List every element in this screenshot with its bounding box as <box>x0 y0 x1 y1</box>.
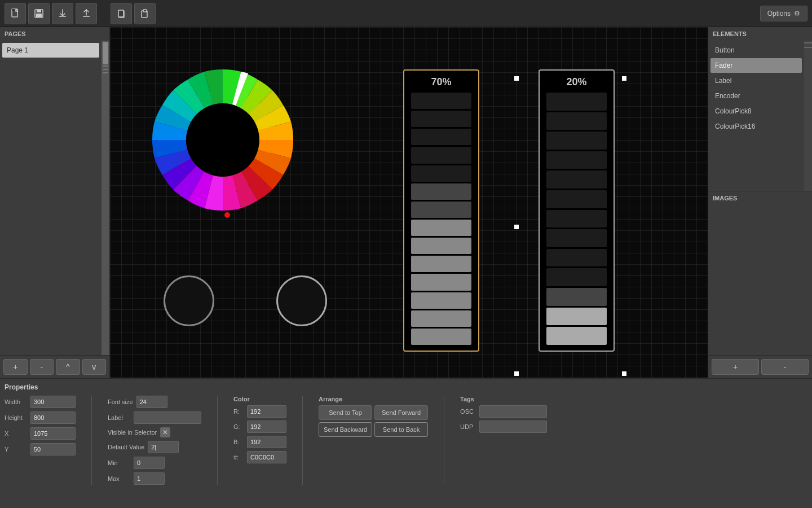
sel-handle-ml <box>514 225 519 229</box>
visible-label: Visible in Selector <box>108 429 157 436</box>
osc-input[interactable] <box>479 405 547 418</box>
color-b-label: B: <box>233 439 245 445</box>
move-page-up-button[interactable]: ^ <box>56 359 80 375</box>
color-title: Color <box>233 396 286 402</box>
save-button[interactable] <box>28 3 50 24</box>
tags-section: Tags OSC UDP <box>460 396 547 433</box>
udp-input[interactable] <box>479 421 547 433</box>
color-r-input[interactable] <box>247 405 286 418</box>
min-input[interactable] <box>134 457 165 469</box>
x-label: X <box>5 430 27 437</box>
send-to-back-button[interactable]: Send to Back <box>374 422 428 437</box>
default-value-row: Default Value <box>108 441 201 453</box>
color-g-row: G: <box>233 421 286 433</box>
divider2 <box>217 396 218 485</box>
sel-handle-tl <box>514 76 519 81</box>
osc-label: OSC <box>460 408 477 415</box>
divider1 <box>91 396 92 485</box>
color-hex-label: #: <box>233 454 245 461</box>
options-button[interactable]: Options ⚙ <box>760 6 807 21</box>
fader2-label: 20% <box>566 73 586 91</box>
move-page-down-button[interactable]: v <box>82 359 107 375</box>
color-hex-input[interactable] <box>247 451 286 463</box>
elements-scrollbar[interactable] <box>804 41 812 191</box>
right-panel: ELEMENTS Button Fader Label Encoder Colo… <box>708 27 812 378</box>
label-label: Label <box>108 414 130 421</box>
options-label: Options <box>767 10 791 17</box>
send-to-top-button[interactable]: Send to Top <box>319 405 372 420</box>
remove-page-button[interactable]: - <box>30 359 54 375</box>
pages-scrollbar[interactable] <box>102 41 109 355</box>
element-colourpick16[interactable]: ColourPick16 <box>710 119 802 134</box>
fontsize-label: Font size <box>108 398 133 405</box>
width-label: Width <box>5 398 27 405</box>
elements-list: Button Fader Label Encoder ColourPick8 C… <box>708 41 804 191</box>
sel-handle-tm <box>622 76 626 81</box>
paste-button[interactable] <box>134 3 156 24</box>
visible-row: Visible in Selector ✕ <box>108 427 201 437</box>
canvas-area[interactable]: 70% <box>110 27 708 378</box>
download-button[interactable] <box>52 3 73 24</box>
new-button[interactable] <box>5 3 26 24</box>
remove-element-button[interactable]: - <box>761 359 809 375</box>
svg-rect-6 <box>118 10 123 17</box>
element-button[interactable]: Button <box>710 43 802 58</box>
label-group: Font size Label Visible in Selector ✕ De… <box>108 396 201 485</box>
color-r-row: R: <box>233 405 286 418</box>
fontsize-input[interactable] <box>136 396 167 408</box>
color-b-input[interactable] <box>247 436 286 448</box>
upload-button[interactable] <box>76 3 97 24</box>
fader1-label: 70% <box>431 73 451 91</box>
add-page-button[interactable]: + <box>3 359 28 375</box>
page-item[interactable]: Page 1 <box>2 43 99 58</box>
fader1[interactable]: 70% <box>403 69 479 352</box>
svg-rect-4 <box>36 14 42 17</box>
left-bottom-buttons: + - ^ v <box>0 355 109 378</box>
fader2-segments <box>542 91 611 348</box>
images-area <box>708 205 812 355</box>
height-row: Height <box>5 411 76 424</box>
copy-button[interactable] <box>111 3 132 24</box>
add-element-button[interactable]: + <box>712 359 759 375</box>
color-g-label: G: <box>233 423 245 430</box>
circle-dark[interactable] <box>164 275 214 326</box>
arrange-grid: Send to Top Send Forward Send Backward S… <box>319 405 428 437</box>
canvas-grid: 70% <box>110 27 708 378</box>
color-r-label: R: <box>233 408 245 415</box>
height-input[interactable] <box>30 411 76 424</box>
element-encoder[interactable]: Encoder <box>710 89 802 103</box>
svg-point-10 <box>186 103 259 177</box>
max-input[interactable] <box>134 472 165 485</box>
main-area: PAGES Page 1 + - ^ v <box>0 27 812 378</box>
gear-icon: ⚙ <box>794 10 800 17</box>
default-value-input[interactable] <box>148 441 179 453</box>
label-input[interactable] <box>134 411 201 424</box>
svg-rect-1 <box>12 9 16 11</box>
circle-light[interactable] <box>276 275 327 326</box>
svg-rect-3 <box>37 10 41 12</box>
color-wheel[interactable] <box>144 61 302 219</box>
pages-header: PAGES <box>0 27 109 41</box>
element-fader[interactable]: Fader <box>710 58 802 73</box>
color-section: Color R: G: B: #: <box>233 396 286 463</box>
default-value-label: Default Value <box>108 444 144 450</box>
svg-rect-8 <box>143 10 147 12</box>
color-g-input[interactable] <box>247 421 286 433</box>
send-backward-button[interactable]: Send Backward <box>319 422 372 437</box>
udp-label: UDP <box>460 423 477 430</box>
bottom-row1: Width Height X Y Font size <box>5 396 807 485</box>
x-input[interactable] <box>30 427 76 440</box>
y-input[interactable] <box>30 443 76 456</box>
y-row: Y <box>5 443 76 456</box>
element-colourpick8[interactable]: ColourPick8 <box>710 104 802 119</box>
fader2[interactable]: 20% <box>539 69 615 352</box>
send-forward-button[interactable]: Send Forward <box>374 405 428 420</box>
visible-toggle[interactable]: ✕ <box>160 427 170 437</box>
x-row: X <box>5 427 76 440</box>
color-b-row: B: <box>233 436 286 448</box>
max-row: Max <box>108 472 201 485</box>
dimensions-group: Width Height X Y <box>5 396 76 456</box>
udp-row: UDP <box>460 421 547 433</box>
element-label[interactable]: Label <box>710 73 802 88</box>
width-input[interactable] <box>30 396 76 408</box>
